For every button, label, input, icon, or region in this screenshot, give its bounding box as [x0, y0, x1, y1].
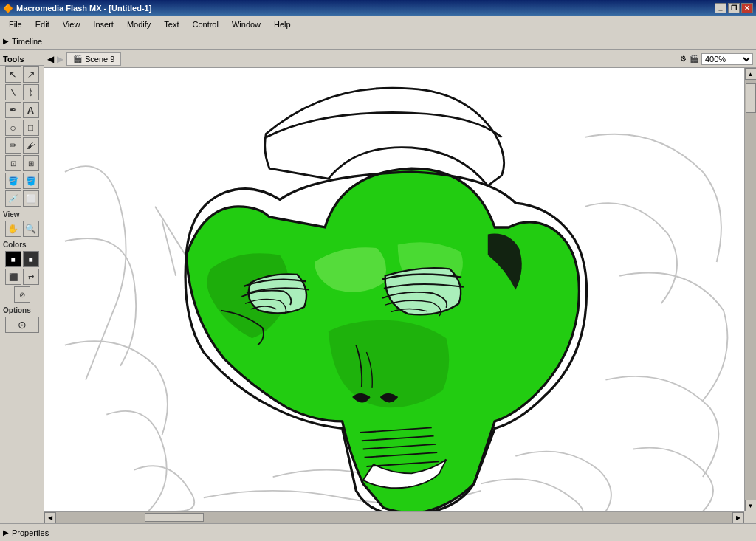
eraser-tool[interactable]: ⬜ — [23, 190, 39, 207]
stroke-color-icon: ■ — [10, 255, 15, 263]
fill-color-icon: ■ — [28, 255, 32, 263]
black-white-icon: ⬛ — [9, 273, 18, 281]
stroke-color-btn[interactable]: ■ — [5, 251, 21, 267]
tool-row-colors1: ■ ■ — [5, 251, 39, 267]
oval-tool[interactable]: ○ — [5, 120, 21, 136]
scroll-thumb-vertical[interactable] — [746, 83, 756, 113]
line-tool[interactable]: / — [5, 84, 21, 100]
ink-bottle-tool[interactable]: 🪣 — [5, 173, 21, 189]
menu-control[interactable]: Control — [186, 18, 224, 30]
snap-btn[interactable]: ⊙ — [5, 317, 39, 333]
menu-window[interactable]: Window — [226, 18, 267, 30]
zoom-tool[interactable]: 🔍 — [23, 221, 39, 237]
fill-color-btn[interactable]: ■ — [23, 251, 39, 267]
black-white-btn[interactable]: ⬛ — [5, 269, 21, 285]
lasso-icon: ⌇ — [28, 86, 33, 98]
eyedropper-tool[interactable]: 💉 — [5, 190, 21, 207]
canvas-container: ◀ ▶ 🎬 Scene 9 ⚙ 🎬 25% 50% 100% 200% 400%… — [44, 50, 756, 523]
hand-icon: ✋ — [7, 224, 18, 234]
subselect-tool[interactable]: ↗ — [23, 66, 39, 83]
scene-bar: ◀ ▶ 🎬 Scene 9 ⚙ 🎬 25% 50% 100% 200% 400%… — [44, 50, 756, 68]
pencil-tool[interactable]: ✏ — [5, 137, 21, 154]
tool-row-transform: ⊡ ⊞ — [5, 155, 39, 171]
zoom-icon: 🔍 — [25, 224, 36, 234]
tool-row-colors2: ⬛ ⇄ — [5, 269, 39, 285]
arrow-icon: ↖ — [9, 69, 18, 80]
menu-insert[interactable]: Insert — [87, 18, 120, 30]
paint-bucket-tool[interactable]: 🪣 — [23, 173, 39, 189]
no-color-icon: ⊘ — [19, 291, 25, 299]
properties-collapse-icon[interactable]: ▶ — [3, 528, 9, 537]
scroll-thumb-horizontal[interactable] — [145, 513, 204, 522]
scene-icon: 🎬 — [73, 55, 82, 63]
tool-row-colors3: ⊘ — [14, 286, 30, 303]
nav-forward-icon[interactable]: ▶ — [57, 54, 63, 64]
vertical-scrollbar[interactable]: ▲ ▼ — [744, 68, 756, 511]
timeline-label: Timeline — [12, 37, 42, 46]
scroll-left-arrow[interactable]: ◀ — [44, 512, 56, 524]
scroll-track-vertical[interactable] — [745, 80, 756, 500]
quality-icon: ⚙ — [680, 55, 687, 63]
tool-row-draw: ✏ 🖌 — [5, 137, 39, 154]
menu-file[interactable]: File — [3, 18, 28, 30]
free-transform-tool[interactable]: ⊡ — [5, 155, 21, 171]
swap-colors-btn[interactable]: ⇄ — [23, 269, 39, 285]
scroll-track-horizontal[interactable] — [56, 512, 732, 523]
subselect-icon: ↗ — [27, 69, 35, 80]
toolbar-panel: Tools ↖ ↗ / ⌇ ✒ A — [0, 50, 44, 523]
horizontal-scrollbar[interactable]: ◀ ▶ — [44, 511, 744, 523]
pencil-icon: ✏ — [10, 140, 17, 151]
menu-bar: File Edit View Insert Modify Text Contro… — [0, 16, 756, 32]
tool-row-arrows: ↖ ↗ — [5, 66, 39, 83]
brush-tool[interactable]: 🖌 — [23, 137, 39, 154]
tool-row-fill: 🪣 🪣 — [5, 173, 39, 189]
menu-edit[interactable]: Edit — [30, 18, 55, 30]
minimize-button[interactable]: _ — [715, 3, 726, 13]
eraser-icon: ⬜ — [26, 194, 36, 204]
scene-tab[interactable]: 🎬 Scene 9 — [66, 52, 121, 66]
scroll-right-arrow[interactable]: ▶ — [732, 512, 744, 524]
swap-colors-icon: ⇄ — [28, 273, 34, 281]
zoom-select[interactable]: 25% 50% 100% 200% 400% 800% — [701, 53, 753, 65]
rect-tool[interactable]: □ — [23, 120, 39, 136]
snap-icon: ⊙ — [18, 319, 27, 331]
paint-bucket-icon: 🪣 — [26, 176, 36, 186]
properties-bar: ▶ Properties — [0, 523, 756, 541]
nav-back-icon[interactable]: ◀ — [47, 54, 54, 64]
timeline-bar: ▶ Timeline — [0, 32, 756, 50]
text-icon: A — [27, 105, 34, 116]
free-transform-icon: ⊡ — [10, 159, 16, 168]
title-bar-left: 🔶 Macromedia Flash MX - [Untitled-1] — [3, 4, 151, 13]
colors-section-label: Colors — [0, 239, 44, 250]
canvas-viewport — [44, 68, 756, 523]
arrow-tool[interactable]: ↖ — [5, 66, 21, 83]
scroll-down-arrow[interactable]: ▼ — [745, 500, 757, 511]
pen-tool[interactable]: ✒ — [5, 102, 21, 118]
timeline-collapse-icon[interactable]: ▶ — [3, 37, 9, 45]
tool-row-misc: 💉 ⬜ — [5, 190, 39, 207]
no-color-btn[interactable]: ⊘ — [14, 286, 30, 303]
scroll-up-arrow[interactable]: ▲ — [745, 68, 757, 80]
menu-help[interactable]: Help — [268, 18, 297, 30]
text-tool[interactable]: A — [23, 102, 39, 118]
fill-transform-tool[interactable]: ⊞ — [23, 155, 39, 171]
properties-label: Properties — [12, 528, 49, 537]
tool-row-line: / ⌇ — [5, 84, 39, 100]
scrollbar-corner — [744, 511, 756, 523]
drawing-canvas[interactable] — [44, 68, 744, 511]
fill-transform-icon: ⊞ — [28, 159, 34, 168]
window-title: Macromedia Flash MX - [Untitled-1] — [16, 4, 151, 13]
oval-icon: ○ — [10, 122, 16, 134]
zoom-control: ⚙ 🎬 25% 50% 100% 200% 400% 800% — [680, 53, 753, 65]
restore-button[interactable]: ❐ — [728, 3, 740, 13]
options-section-label: Options — [0, 305, 44, 316]
hand-tool[interactable]: ✋ — [5, 221, 21, 237]
menu-view[interactable]: View — [57, 18, 86, 30]
canvas-scroll-area: ▲ ▼ ◀ ▶ — [44, 68, 756, 523]
tool-row-pen: ✒ A — [5, 102, 39, 118]
title-bar-controls: _ ❐ ✕ — [715, 3, 753, 13]
menu-text[interactable]: Text — [158, 18, 185, 30]
close-button[interactable]: ✕ — [741, 3, 753, 13]
lasso-tool[interactable]: ⌇ — [23, 84, 39, 100]
menu-modify[interactable]: Modify — [121, 18, 157, 30]
